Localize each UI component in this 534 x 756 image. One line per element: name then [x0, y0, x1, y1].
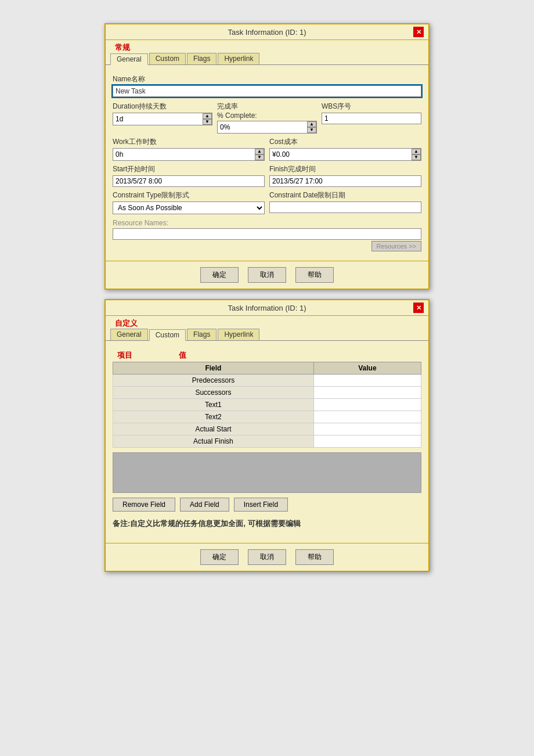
- resource-section: Resource Names: Resources >>: [113, 219, 421, 251]
- percent-input[interactable]: [218, 122, 307, 132]
- tab-custom-1[interactable]: Custom: [149, 53, 186, 64]
- value-cell[interactable]: [313, 411, 421, 423]
- value-cell[interactable]: [313, 423, 421, 435]
- dialog1-ok-button[interactable]: 确定: [200, 267, 239, 283]
- cost-input[interactable]: [270, 149, 412, 160]
- percent-up-btn[interactable]: ▲: [307, 121, 316, 127]
- finish-group: Finish完成时间: [269, 164, 421, 187]
- dialog1-title: Task Information (ID: 1): [121, 28, 413, 37]
- tab-custom-2[interactable]: Custom: [149, 329, 186, 341]
- constraint-date-input[interactable]: [269, 201, 421, 213]
- constraint-date-group: Constraint Date限制日期: [269, 190, 421, 213]
- duration-spinner-btns: ▲ ▼: [203, 113, 212, 125]
- insert-field-button[interactable]: Insert Field: [234, 498, 288, 512]
- dialog2-help-button[interactable]: 帮助: [295, 549, 334, 565]
- constraint-type-dropdown[interactable]: As Soon As Possible: [113, 201, 265, 214]
- resource-names-input[interactable]: [113, 228, 421, 240]
- dialog1-help-button[interactable]: 帮助: [295, 267, 334, 283]
- value-cell[interactable]: [313, 435, 421, 448]
- field-cell: Actual Finish: [113, 435, 314, 448]
- wbs-label: WBS序号: [322, 102, 421, 111]
- finish-input[interactable]: [269, 175, 421, 187]
- value-cell[interactable]: [313, 399, 421, 411]
- tab-hyperlink-1[interactable]: Hyperlink: [218, 53, 259, 64]
- field-cell: Predecessors: [113, 375, 314, 387]
- row-constraint: Constraint Type限制形式 As Soon As Possible …: [113, 190, 421, 214]
- duration-spinner[interactable]: ▲ ▼: [113, 113, 212, 125]
- th-value: Value: [313, 362, 421, 375]
- th-field: Field: [113, 362, 314, 375]
- tab-general-2[interactable]: General: [110, 329, 148, 340]
- field-cell: Successors: [113, 387, 314, 399]
- percent-group: 完成率 % Complete: ▲ ▼: [217, 102, 317, 134]
- table-row: Successors: [113, 387, 421, 399]
- row-work-cost: Work工作时数 ▲ ▼ Cost成本 ▲ ▼: [113, 137, 421, 161]
- cost-spinner[interactable]: ▲ ▼: [269, 148, 421, 161]
- work-label: Work工作时数: [113, 137, 265, 147]
- cost-down-btn[interactable]: ▼: [412, 154, 421, 160]
- name-input[interactable]: [113, 85, 421, 97]
- dialog2-cancel-button[interactable]: 取消: [248, 549, 286, 565]
- action-buttons: Remove Field Add Field Insert Field: [113, 498, 421, 512]
- percent-label: 完成率 % Complete:: [217, 102, 317, 120]
- close-button-2[interactable]: ✕: [413, 303, 424, 313]
- resources-button[interactable]: Resources >>: [371, 241, 421, 251]
- work-down-btn[interactable]: ▼: [255, 154, 264, 160]
- table-row: Predecessors: [113, 375, 421, 387]
- table-header-row: Field Value: [113, 362, 421, 375]
- duration-down-btn[interactable]: ▼: [203, 119, 212, 125]
- start-label: Start开始时间: [113, 164, 265, 174]
- title-bar-2: Task Information (ID: 1) ✕: [106, 300, 428, 316]
- cost-spinner-btns: ▲ ▼: [412, 149, 421, 160]
- constraint-date-label: Constraint Date限制日期: [269, 190, 421, 200]
- constraint-type-label: Constraint Type限制形式: [113, 190, 265, 200]
- add-field-button[interactable]: Add Field: [180, 498, 229, 512]
- custom-fields-table: Field Value PredecessorsSuccessorsText1T…: [113, 362, 421, 448]
- resources-btn-wrap: Resources >>: [113, 241, 421, 251]
- tab-flags-2[interactable]: Flags: [187, 329, 217, 340]
- cost-group: Cost成本 ▲ ▼: [269, 137, 421, 161]
- dialog2-ok-button[interactable]: 确定: [200, 549, 239, 565]
- finish-label: Finish完成时间: [269, 164, 421, 174]
- tab-general-1[interactable]: General: [110, 53, 148, 65]
- start-group: Start开始时间: [113, 164, 265, 187]
- field-cell: Text1: [113, 399, 314, 411]
- work-up-btn[interactable]: ▲: [255, 149, 264, 154]
- duration-label: Duration持续天数: [113, 102, 212, 111]
- close-button-1[interactable]: ✕: [413, 27, 424, 37]
- work-input[interactable]: [113, 149, 255, 160]
- start-input[interactable]: [113, 175, 265, 187]
- table-row: Actual Start: [113, 423, 421, 435]
- value-cell[interactable]: [313, 375, 421, 387]
- section-label-1: 常规: [110, 42, 135, 53]
- dialog2-footer: 确定 取消 帮助: [106, 543, 428, 571]
- work-spinner[interactable]: ▲ ▼: [113, 148, 265, 161]
- table-row: Text1: [113, 399, 421, 411]
- cn-field-header: 项目: [117, 350, 132, 361]
- dialog1-cancel-button[interactable]: 取消: [248, 267, 286, 283]
- field-cell: Text2: [113, 411, 314, 423]
- tab-bar-2: General Custom Flags Hyperlink: [106, 329, 428, 341]
- work-spinner-btns: ▲ ▼: [255, 149, 264, 160]
- value-cell[interactable]: [313, 387, 421, 399]
- table-row: Actual Finish: [113, 435, 421, 448]
- dialog1: Task Information (ID: 1) ✕ 常规 General Cu…: [104, 23, 430, 290]
- resource-names-label: Resource Names:: [113, 219, 421, 227]
- percent-down-btn[interactable]: ▼: [307, 127, 316, 133]
- wbs-group: WBS序号: [322, 102, 421, 124]
- tab-flags-1[interactable]: Flags: [187, 53, 217, 64]
- percent-spinner[interactable]: ▲ ▼: [217, 121, 317, 134]
- remove-field-button[interactable]: Remove Field: [113, 498, 175, 512]
- tab-bar-1: General Custom Flags Hyperlink: [106, 53, 428, 65]
- dialog1-footer: 确定 取消 帮助: [106, 261, 428, 289]
- work-group: Work工作时数 ▲ ▼: [113, 137, 265, 161]
- dialog2-body: 项目 值 Field Value PredecessorsSuccessorsT…: [106, 345, 428, 538]
- wbs-input[interactable]: [322, 113, 421, 124]
- duration-input[interactable]: [113, 114, 203, 124]
- tab-hyperlink-2[interactable]: Hyperlink: [218, 329, 259, 340]
- cost-up-btn[interactable]: ▲: [412, 149, 421, 154]
- field-cell: Actual Start: [113, 423, 314, 435]
- duration-up-btn[interactable]: ▲: [203, 113, 212, 119]
- title-bar-1: Task Information (ID: 1) ✕: [106, 24, 428, 40]
- constraint-type-select[interactable]: As Soon As Possible: [113, 202, 264, 214]
